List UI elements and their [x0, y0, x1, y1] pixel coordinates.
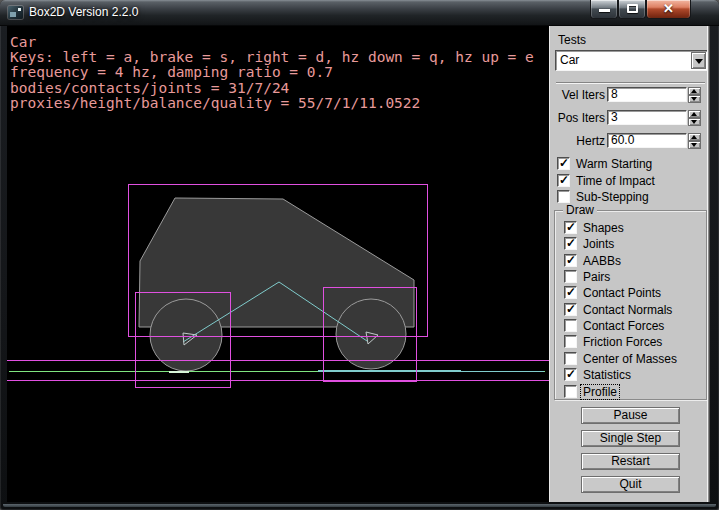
- check-mark-icon: ✓: [566, 302, 576, 316]
- spinner-row-pos-iters: Pos Iters3: [550, 110, 711, 126]
- tests-label: Tests: [558, 33, 586, 47]
- arrow-up-icon: [691, 112, 697, 116]
- app-icon: [8, 6, 23, 19]
- close-icon: ✕: [647, 1, 690, 16]
- debug-text-line: Car: [10, 35, 534, 50]
- pause-button[interactable]: Pause: [581, 407, 680, 424]
- single-step-button[interactable]: Single Step: [581, 430, 680, 447]
- contact-normals-label: Contact Normals: [583, 303, 672, 317]
- checkbox-center-of-masses[interactable]: [564, 352, 577, 365]
- check-mark-icon: ✓: [566, 236, 576, 250]
- window: Box2D Version 2.2.0 ✕ CarKeys: left = a,…: [0, 0, 719, 510]
- draw-group: Draw ✓Shapes✓Joints✓AABBsPairs✓Contact P…: [554, 210, 707, 400]
- panel-right-edge: [707, 26, 710, 502]
- check-mark-icon: ✓: [566, 285, 576, 299]
- checkbox-pairs[interactable]: [564, 270, 577, 283]
- debug-text-line: frequency = 4 hz, damping ratio = 0.7: [10, 65, 534, 80]
- window-title: Box2D Version 2.2.0: [29, 5, 138, 19]
- vel-iters-input[interactable]: 8: [607, 87, 687, 102]
- hertz-spinner: [688, 133, 701, 149]
- hertz-input[interactable]: 60.0: [607, 133, 687, 148]
- check-mark-icon: ✓: [566, 220, 576, 234]
- hertz-label: Hertz: [550, 134, 605, 148]
- app-icon-pane: [10, 12, 16, 17]
- checkbox-time-of-impact[interactable]: ✓: [557, 174, 570, 187]
- window-bottom-frame: [3, 504, 716, 507]
- check-mark-icon: ✓: [566, 253, 576, 267]
- arrow-up-icon: [691, 89, 697, 93]
- hertz-up-button[interactable]: [688, 133, 701, 141]
- contact-forces-label: Contact Forces: [583, 319, 664, 333]
- pos-iters-label: Pos Iters: [550, 111, 605, 125]
- tests-dropdown[interactable]: Car: [555, 50, 708, 71]
- checkbox-contact-normals[interactable]: ✓: [564, 303, 577, 316]
- pos-iters-up-button[interactable]: [688, 110, 701, 118]
- quit-button[interactable]: Quit: [581, 476, 680, 493]
- center-of-masses-label: Center of Masses: [583, 352, 677, 366]
- statistics-label: Statistics: [583, 368, 631, 382]
- debug-text: CarKeys: left = a, brake = s, right = d,…: [10, 35, 534, 111]
- vel-iters-spinner: [688, 87, 701, 103]
- checkbox-shapes[interactable]: ✓: [564, 221, 577, 234]
- time-of-impact-label: Time of Impact: [576, 174, 655, 188]
- client-area: CarKeys: left = a, brake = s, right = d,…: [7, 26, 710, 502]
- spinner-row-vel-iters: Vel Iters8: [550, 87, 711, 103]
- tests-dropdown-value: Car: [560, 53, 579, 67]
- control-panel: Tests Car Vel Iters8Pos Iters3Hertz60.0 …: [549, 26, 710, 502]
- debug-text-line: Keys: left = a, brake = s, right = d, hz…: [10, 50, 534, 65]
- checkbox-warm-starting[interactable]: ✓: [557, 157, 570, 170]
- separator: [556, 82, 705, 84]
- checkbox-aabbs[interactable]: ✓: [564, 254, 577, 267]
- maximize-icon: [627, 4, 638, 13]
- close-button[interactable]: ✕: [646, 0, 691, 19]
- vel-iters-down-button[interactable]: [688, 95, 701, 103]
- chevron-down-icon: [695, 59, 703, 64]
- vel-iters-up-button[interactable]: [688, 87, 701, 95]
- titlebar[interactable]: Box2D Version 2.2.0 ✕: [0, 0, 719, 26]
- checkbox-contact-points[interactable]: ✓: [564, 286, 577, 299]
- arrow-down-icon: [691, 143, 697, 147]
- profile-label: Profile: [581, 385, 619, 399]
- check-mark-icon: ✓: [559, 173, 569, 187]
- check-mark-icon: ✓: [559, 156, 569, 170]
- car-wheel-2: [336, 299, 406, 369]
- joints-label: Joints: [583, 237, 614, 251]
- simulation-canvas[interactable]: CarKeys: left = a, brake = s, right = d,…: [7, 26, 549, 502]
- contact-points-label: Contact Points: [583, 286, 661, 300]
- checkbox-statistics[interactable]: ✓: [564, 368, 577, 381]
- pairs-label: Pairs: [583, 270, 610, 284]
- shapes-label: Shapes: [583, 221, 624, 235]
- check-mark-icon: ✓: [566, 367, 576, 381]
- minimize-icon: [599, 9, 610, 12]
- minimize-button[interactable]: [590, 0, 618, 19]
- debug-text-line: proxies/height/balance/quality = 55/7/1/…: [10, 96, 534, 111]
- maximize-button[interactable]: [618, 0, 646, 19]
- checkbox-sub-stepping[interactable]: [557, 190, 570, 203]
- restart-button[interactable]: Restart: [581, 453, 680, 470]
- spinner-row-hertz: Hertz60.0: [550, 133, 711, 149]
- tests-dropdown-button[interactable]: [691, 52, 706, 69]
- checkbox-friction-forces[interactable]: [564, 335, 577, 348]
- draw-group-title: Draw: [563, 203, 597, 217]
- arrow-down-icon: [691, 97, 697, 101]
- aabbs-label: AABBs: [583, 254, 621, 268]
- app-icon-dot: [18, 8, 21, 11]
- arrow-down-icon: [691, 120, 697, 124]
- checkbox-contact-forces[interactable]: [564, 319, 577, 332]
- checkbox-profile[interactable]: [564, 385, 577, 398]
- checkbox-joints[interactable]: ✓: [564, 237, 577, 250]
- vel-iters-label: Vel Iters: [550, 88, 605, 102]
- warm-starting-label: Warm Starting: [576, 157, 652, 171]
- arrow-up-icon: [691, 135, 697, 139]
- pos-iters-spinner: [688, 110, 701, 126]
- debug-text-line: bodies/contacts/joints = 31/7/24: [10, 81, 534, 96]
- pos-iters-input[interactable]: 3: [607, 110, 687, 125]
- hertz-down-button[interactable]: [688, 141, 701, 149]
- sub-stepping-label: Sub-Stepping: [576, 190, 649, 204]
- pos-iters-down-button[interactable]: [688, 118, 701, 126]
- friction-forces-label: Friction Forces: [583, 335, 662, 349]
